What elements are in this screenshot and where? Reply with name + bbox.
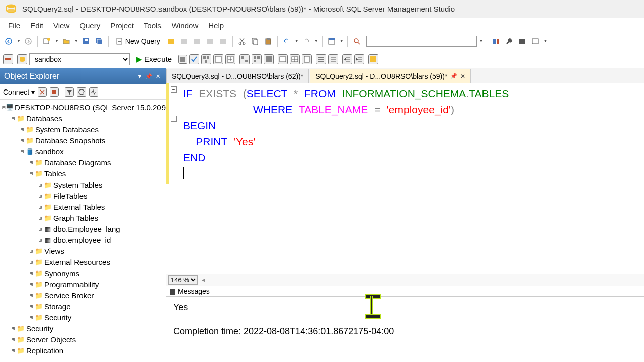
properties-button[interactable] bbox=[326, 36, 337, 47]
dmx-query-icon[interactable] bbox=[205, 36, 216, 47]
comment-button[interactable] bbox=[316, 54, 326, 64]
fold-button[interactable]: − bbox=[171, 86, 177, 93]
close-icon[interactable]: ✕ bbox=[154, 73, 162, 80]
menu-project[interactable]: Project bbox=[105, 19, 139, 32]
paste-button[interactable] bbox=[263, 36, 274, 47]
tree-synonyms[interactable]: ⊞📁Synonyms bbox=[0, 267, 166, 279]
tree-storage[interactable]: ⊞📁Storage bbox=[0, 301, 166, 312]
dropdown-arrow-icon[interactable]: ▼ bbox=[74, 39, 78, 43]
database-select[interactable]: sandbox bbox=[29, 53, 130, 65]
tree-database-diagrams[interactable]: ⊞📁Database Diagrams bbox=[0, 157, 166, 168]
tool-button[interactable] bbox=[504, 36, 515, 47]
save-button[interactable] bbox=[80, 36, 92, 47]
tree-employee-id[interactable]: ⊞▦dbo.employee_id bbox=[0, 234, 166, 245]
tree-system-databases[interactable]: ⊞📁System Databases bbox=[0, 124, 166, 135]
template-button[interactable] bbox=[491, 36, 502, 47]
menu-view[interactable]: View bbox=[48, 19, 74, 32]
redo-button[interactable] bbox=[301, 36, 312, 47]
change-connection-button[interactable] bbox=[3, 54, 13, 64]
results-text-button[interactable] bbox=[278, 54, 288, 64]
tree-databases[interactable]: ⊟📁Databases bbox=[0, 113, 166, 124]
db-engine-query-icon[interactable] bbox=[166, 36, 177, 47]
menu-window[interactable]: Window bbox=[167, 19, 203, 32]
tree-external-resources[interactable]: ⊞📁External Resources bbox=[0, 256, 166, 267]
undo-button[interactable] bbox=[281, 36, 292, 47]
messages-tab[interactable]: ▦ Messages bbox=[166, 286, 644, 297]
tree-sandbox[interactable]: ⊟🛢️sandbox bbox=[0, 146, 166, 157]
refresh-button[interactable] bbox=[77, 87, 86, 97]
pin-icon[interactable]: 📌 bbox=[450, 73, 457, 79]
outdent-button[interactable] bbox=[354, 54, 364, 64]
tree-views[interactable]: ⊞📁Views bbox=[0, 245, 166, 256]
tab-sqlquery3[interactable]: SQLQuery3.sql - D...OU8RSO\blars (62))* bbox=[166, 69, 309, 83]
activity-button[interactable] bbox=[517, 36, 528, 47]
tree-security[interactable]: ⊞📁Security bbox=[0, 312, 166, 323]
dropdown-arrow-icon[interactable]: ▼ bbox=[17, 39, 21, 43]
forward-button[interactable] bbox=[23, 36, 34, 47]
tree-system-tables[interactable]: ⊞📁System Tables bbox=[0, 179, 166, 190]
connect-button[interactable]: Connect ▾ bbox=[3, 88, 35, 96]
results-grid-button[interactable] bbox=[290, 54, 300, 64]
available-db-icon[interactable] bbox=[17, 54, 27, 64]
pin-icon[interactable]: 📌 bbox=[145, 73, 152, 80]
tree-tables[interactable]: ⊟📁Tables bbox=[0, 168, 166, 179]
cut-button[interactable] bbox=[236, 36, 248, 47]
zoom-select[interactable]: 146 % bbox=[168, 275, 198, 285]
activity-monitor-button[interactable] bbox=[89, 87, 98, 97]
code-text[interactable]: IF EXISTS (SELECT * FROM INFORMATION_SCH… bbox=[178, 83, 644, 274]
scroll-left-icon[interactable]: ◄ bbox=[201, 277, 206, 283]
dropdown-arrow-icon[interactable]: ▼ bbox=[543, 39, 547, 43]
tree-server[interactable]: ⊟🖥️DESKTOP-NOU8RSO (SQL Server 15.0.209 bbox=[0, 102, 166, 113]
dropdown-arrow-icon[interactable]: ▼ bbox=[314, 39, 318, 43]
menu-file[interactable]: File bbox=[3, 19, 25, 32]
find-button[interactable] bbox=[351, 36, 362, 47]
results-file-button[interactable] bbox=[302, 54, 312, 64]
close-icon[interactable]: ✕ bbox=[460, 73, 465, 80]
new-query-button[interactable]: New Query bbox=[112, 36, 164, 47]
uncomment-button[interactable] bbox=[328, 54, 338, 64]
tree-replication[interactable]: ⊞📁Replication bbox=[0, 345, 166, 356]
specify-values-button[interactable] bbox=[368, 54, 378, 64]
dropdown-arrow-icon[interactable]: ▼ bbox=[295, 39, 299, 43]
search-input[interactable] bbox=[366, 36, 477, 47]
disconnect-button[interactable] bbox=[38, 87, 47, 97]
indent-button[interactable] bbox=[342, 54, 352, 64]
dropdown-arrow-icon[interactable]: ▼ bbox=[340, 39, 344, 43]
menu-edit[interactable]: Edit bbox=[25, 19, 48, 32]
dropdown-icon[interactable]: ▼ bbox=[136, 73, 143, 80]
query-options-button[interactable] bbox=[213, 54, 223, 64]
tree-service-broker[interactable]: ⊞📁Service Broker bbox=[0, 290, 166, 301]
code-editor[interactable]: − − IF EXISTS (SELECT * FROM INFORMATION… bbox=[166, 83, 644, 274]
new-project-button[interactable] bbox=[41, 36, 52, 47]
mdx-query-icon[interactable] bbox=[192, 36, 203, 47]
execute-button[interactable]: ▶ Execute bbox=[132, 53, 176, 65]
back-button[interactable] bbox=[3, 36, 14, 47]
tree-security-top[interactable]: ⊞📁Security bbox=[0, 323, 166, 334]
menu-query[interactable]: Query bbox=[74, 19, 105, 32]
stop-button[interactable] bbox=[50, 87, 59, 97]
as-query-icon[interactable] bbox=[179, 36, 190, 47]
menu-help[interactable]: Help bbox=[203, 19, 229, 32]
display-plan-button[interactable] bbox=[201, 54, 211, 64]
intellisense-button[interactable] bbox=[225, 54, 235, 64]
dropdown-arrow-icon[interactable]: ▼ bbox=[55, 39, 59, 43]
tab-sqlquery2[interactable]: SQLQuery2.sql - D...OU8RSO\blars (59))*📌… bbox=[310, 69, 471, 83]
xmla-query-icon[interactable] bbox=[218, 36, 229, 47]
save-all-button[interactable] bbox=[94, 36, 105, 47]
messages-panel[interactable]: Yes Completion time: 2022-08-08T14:36:01… bbox=[166, 297, 644, 362]
dropdown-arrow-icon[interactable]: ▼ bbox=[479, 39, 484, 43]
copy-button[interactable] bbox=[250, 36, 261, 47]
tree-graph-tables[interactable]: ⊞📁Graph Tables bbox=[0, 212, 166, 223]
client-stats-button[interactable] bbox=[264, 54, 274, 64]
tree-employee-lang[interactable]: ⊞▦dbo.Employee_lang bbox=[0, 223, 166, 234]
tree-database-snapshots[interactable]: ⊞📁Database Snapshots bbox=[0, 135, 166, 146]
menu-tools[interactable]: Tools bbox=[139, 19, 167, 32]
tree-programmability[interactable]: ⊞📁Programmability bbox=[0, 279, 166, 290]
stop-button[interactable] bbox=[178, 55, 187, 64]
fold-button[interactable]: − bbox=[171, 116, 177, 122]
tree-external-tables[interactable]: ⊞📁External Tables bbox=[0, 201, 166, 212]
tree-server-objects[interactable]: ⊞📁Server Objects bbox=[0, 334, 166, 345]
live-stats-button[interactable] bbox=[252, 54, 262, 64]
tree-filetables[interactable]: ⊞📁FileTables bbox=[0, 190, 166, 201]
open-button[interactable] bbox=[61, 36, 72, 47]
